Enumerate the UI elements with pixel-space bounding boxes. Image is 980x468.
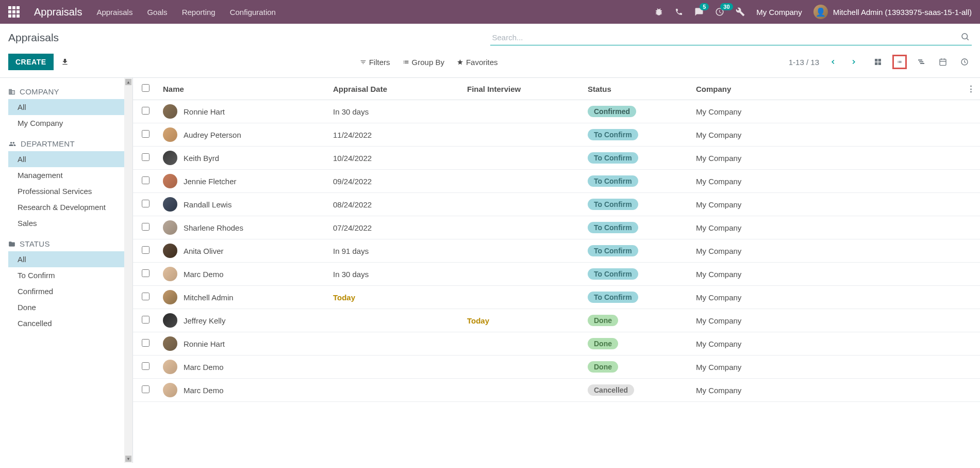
final-interview bbox=[462, 170, 583, 193]
row-checkbox[interactable] bbox=[142, 153, 150, 161]
app-brand[interactable]: Appraisals bbox=[34, 6, 82, 18]
row-checkbox[interactable] bbox=[142, 339, 150, 347]
search-icon[interactable] bbox=[960, 32, 970, 41]
pager-prev-icon[interactable] bbox=[826, 56, 840, 68]
svg-rect-4 bbox=[875, 62, 877, 65]
table-row[interactable]: Jennie Fletcher09/24/2022To ConfirmMy Co… bbox=[133, 170, 980, 193]
row-checkbox[interactable] bbox=[142, 223, 150, 231]
row-checkbox[interactable] bbox=[142, 316, 150, 324]
row-checkbox[interactable] bbox=[142, 107, 150, 115]
view-kanban-icon[interactable] bbox=[871, 55, 885, 69]
appraisal-date: 09/24/2022 bbox=[328, 170, 462, 193]
sidebar-item[interactable]: Confirmed bbox=[0, 283, 132, 299]
favorites-button[interactable]: Favorites bbox=[457, 58, 498, 67]
sidebar-item[interactable]: All bbox=[8, 151, 125, 167]
table-row[interactable]: Keith Byrd10/24/2022To ConfirmMy Company bbox=[133, 147, 980, 170]
nav-reporting[interactable]: Reporting bbox=[182, 8, 215, 17]
pager-text: 1-13 / 13 bbox=[789, 58, 819, 67]
view-activity-icon[interactable] bbox=[957, 55, 972, 69]
status-badge: To Confirm bbox=[588, 175, 638, 187]
table-row[interactable]: Ronnie HartDoneMy Company bbox=[133, 332, 980, 356]
avatar bbox=[163, 127, 177, 142]
table-row[interactable]: Marc DemoDoneMy Company bbox=[133, 356, 980, 379]
avatar bbox=[163, 313, 177, 328]
sidebar-item[interactable]: Done bbox=[0, 299, 132, 315]
sidebar-item[interactable]: Professional Services bbox=[0, 183, 132, 199]
sidebar-item[interactable]: To Confirm bbox=[0, 267, 132, 283]
sidebar-item[interactable]: My Company bbox=[0, 115, 132, 131]
row-checkbox[interactable] bbox=[142, 246, 150, 254]
row-checkbox[interactable] bbox=[142, 269, 150, 277]
row-checkbox[interactable] bbox=[142, 362, 150, 370]
table-row[interactable]: Marc DemoIn 30 daysTo ConfirmMy Company bbox=[133, 263, 980, 286]
employee-name: Keith Byrd bbox=[184, 154, 219, 163]
svg-rect-6 bbox=[918, 59, 922, 60]
search-input[interactable] bbox=[490, 30, 972, 45]
scroll-up-icon[interactable]: ▲ bbox=[125, 79, 131, 85]
employee-name: Mitchell Admin bbox=[184, 293, 234, 302]
final-interview bbox=[462, 123, 583, 147]
nav-appraisals[interactable]: Appraisals bbox=[96, 8, 132, 17]
groupby-button[interactable]: Group By bbox=[403, 58, 444, 67]
sidebar-item[interactable]: Cancelled bbox=[0, 315, 132, 331]
table-row[interactable]: Marc DemoCancelledMy Company bbox=[133, 379, 980, 402]
nav-goals[interactable]: Goals bbox=[147, 8, 167, 17]
view-gantt-icon[interactable] bbox=[914, 55, 928, 69]
view-list-icon[interactable] bbox=[892, 55, 907, 69]
phone-icon[interactable] bbox=[675, 8, 683, 16]
sidebar-item[interactable]: All bbox=[8, 251, 125, 267]
col-status[interactable]: Status bbox=[583, 78, 691, 100]
activities-icon[interactable]: 30 bbox=[715, 7, 724, 17]
scroll-down-icon[interactable]: ▼ bbox=[125, 456, 131, 462]
filters-button[interactable]: Filters bbox=[360, 58, 390, 67]
row-checkbox[interactable] bbox=[142, 293, 150, 300]
table-row[interactable]: Sharlene Rhodes07/24/2022To ConfirmMy Co… bbox=[133, 216, 980, 239]
pager-next-icon[interactable] bbox=[847, 56, 860, 68]
employee-name: Audrey Peterson bbox=[184, 131, 241, 139]
table-row[interactable]: Audrey Peterson11/24/2022To ConfirmMy Co… bbox=[133, 123, 980, 147]
table-row[interactable]: Randall Lewis08/24/2022To ConfirmMy Comp… bbox=[133, 193, 980, 216]
sidebar-item[interactable]: Research & Development bbox=[0, 199, 132, 215]
messages-icon[interactable]: 5 bbox=[694, 7, 704, 17]
sidebar-item[interactable]: All bbox=[8, 99, 125, 115]
nav-configuration[interactable]: Configuration bbox=[230, 8, 276, 17]
column-options-icon[interactable]: ⋮ bbox=[967, 84, 975, 93]
col-appraisal-date[interactable]: Appraisal Date bbox=[328, 78, 462, 100]
user-menu[interactable]: 👤 Mitchell Admin (13933975-saas-15-1-all… bbox=[813, 5, 972, 19]
company-switcher[interactable]: My Company bbox=[756, 8, 802, 17]
apps-icon[interactable] bbox=[8, 6, 20, 18]
row-checkbox[interactable] bbox=[142, 130, 150, 138]
row-checkbox[interactable] bbox=[142, 200, 150, 207]
table-row[interactable]: Anita OliverIn 91 daysTo ConfirmMy Compa… bbox=[133, 239, 980, 263]
employee-name: Jennie Fletcher bbox=[184, 177, 237, 186]
debug-icon[interactable] bbox=[654, 7, 663, 17]
select-all-checkbox[interactable] bbox=[142, 84, 150, 92]
import-icon[interactable] bbox=[61, 58, 69, 66]
svg-point-0 bbox=[962, 34, 968, 39]
col-company[interactable]: Company bbox=[691, 78, 962, 100]
create-button[interactable]: CREATE bbox=[8, 54, 54, 70]
svg-rect-9 bbox=[940, 59, 946, 66]
final-interview bbox=[462, 239, 583, 263]
table-row[interactable]: Mitchell AdminTodayTo ConfirmMy Company bbox=[133, 286, 980, 309]
row-checkbox[interactable] bbox=[142, 176, 150, 184]
tools-icon[interactable] bbox=[736, 7, 745, 17]
svg-rect-7 bbox=[919, 61, 923, 62]
table-row[interactable]: Jeffrey KellyTodayDoneMy Company bbox=[133, 309, 980, 332]
col-name[interactable]: Name bbox=[158, 78, 328, 100]
sidebar-item[interactable]: Sales bbox=[0, 215, 132, 231]
table-header-row: Name Appraisal Date Final Interview Stat… bbox=[133, 78, 980, 100]
page-title: Appraisals bbox=[8, 31, 59, 44]
company-cell: My Company bbox=[691, 193, 962, 216]
appraisal-date: Today bbox=[328, 286, 462, 309]
sidebar-scrollbar[interactable]: ▲ ▼ bbox=[124, 78, 132, 463]
sidebar-section-title: COMPANY bbox=[20, 87, 59, 96]
sidebar-item[interactable]: Management bbox=[0, 167, 132, 183]
appraisal-date bbox=[328, 309, 462, 332]
final-interview: Today bbox=[462, 309, 583, 332]
row-checkbox[interactable] bbox=[142, 385, 150, 393]
table-row[interactable]: Ronnie HartIn 30 daysConfirmedMy Company bbox=[133, 100, 980, 123]
col-final-interview[interactable]: Final Interview bbox=[462, 78, 583, 100]
appraisal-date: 11/24/2022 bbox=[328, 123, 462, 147]
view-calendar-icon[interactable] bbox=[936, 55, 950, 69]
